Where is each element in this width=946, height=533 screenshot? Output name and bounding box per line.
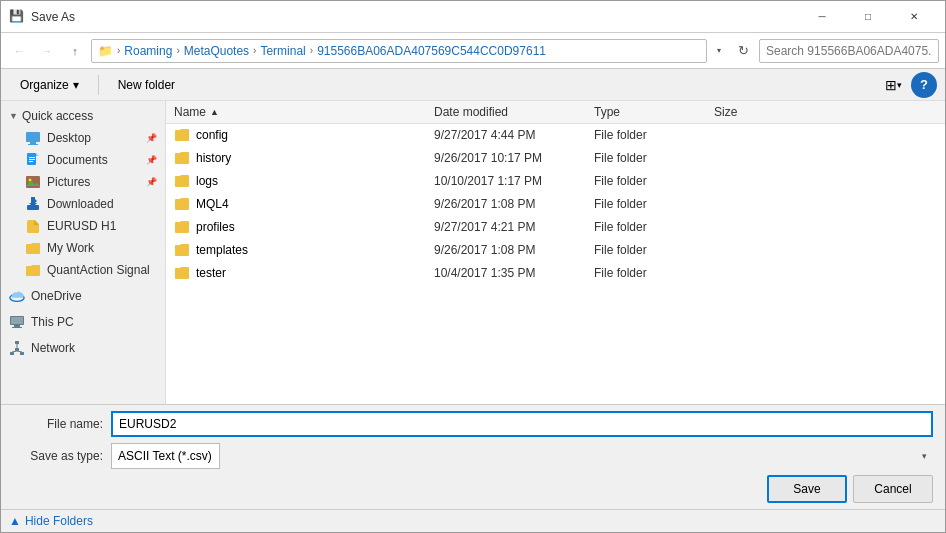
- table-row[interactable]: MQL4 9/26/2017 1:08 PM File folder: [166, 193, 945, 216]
- file-rows-container: config 9/27/2017 4:44 PM File folder his…: [166, 124, 945, 285]
- quick-access-label: Quick access: [22, 109, 93, 123]
- file-type-cell: File folder: [594, 266, 714, 280]
- file-name-cell: templates: [174, 242, 434, 258]
- sidebar-item-desktop-label: Desktop: [47, 131, 91, 145]
- filetype-row: Save as type: ASCII Text (*.csv) ▾: [13, 443, 933, 469]
- bottom-panel: File name: Save as type: ASCII Text (*.c…: [1, 404, 945, 509]
- mywork-icon: [25, 240, 41, 256]
- view-icon: ⊞: [885, 77, 897, 93]
- sidebar-item-eurusdh1[interactable]: EURUSD H1: [1, 215, 165, 237]
- toolbar: Organize ▾ New folder ⊞ ▾ ?: [1, 69, 945, 101]
- breadcrumb: 📁 › Roaming › MetaQuotes › Terminal › 91…: [98, 44, 546, 58]
- sidebar-item-pictures-label: Pictures: [47, 175, 90, 189]
- table-row[interactable]: profiles 9/27/2017 4:21 PM File folder: [166, 216, 945, 239]
- sidebar-item-onedrive[interactable]: OneDrive: [1, 285, 165, 307]
- sidebar-item-quantaction[interactable]: QuantAction Signal: [1, 259, 165, 281]
- sidebar-item-downloaded[interactable]: Downloaded: [1, 193, 165, 215]
- svg-rect-6: [29, 159, 35, 160]
- svg-rect-21: [15, 341, 19, 344]
- column-type[interactable]: Type: [594, 105, 714, 119]
- quick-access-collapse-icon: ▼: [9, 111, 18, 121]
- sidebar-item-thispc[interactable]: This PC: [1, 311, 165, 333]
- breadcrumb-hash[interactable]: 915566BA06ADA407569C544CC0D97611: [317, 44, 546, 58]
- column-size[interactable]: Size: [714, 105, 794, 119]
- breadcrumb-folder-icon: 📁: [98, 44, 113, 58]
- hide-folders-link[interactable]: ▲ Hide Folders: [9, 514, 93, 528]
- svg-rect-2: [28, 144, 38, 145]
- toolbar-right: ⊞ ▾ ?: [879, 72, 937, 98]
- file-type-cell: File folder: [594, 243, 714, 257]
- sidebar-item-documents-label: Documents: [47, 153, 108, 167]
- filetype-label: Save as type:: [13, 449, 103, 463]
- address-path[interactable]: 📁 › Roaming › MetaQuotes › Terminal › 91…: [91, 39, 707, 63]
- organize-button[interactable]: Organize ▾: [9, 72, 90, 98]
- help-button[interactable]: ?: [911, 72, 937, 98]
- sidebar: ▼ Quick access Desktop 📌 Documents 📌: [1, 101, 166, 404]
- onedrive-icon: [9, 288, 25, 304]
- filetype-wrapper: ASCII Text (*.csv) ▾: [111, 443, 933, 469]
- new-folder-button[interactable]: New folder: [107, 72, 186, 98]
- file-date-cell: 9/27/2017 4:21 PM: [434, 220, 594, 234]
- forward-button[interactable]: →: [35, 39, 59, 63]
- file-type-cell: File folder: [594, 220, 714, 234]
- search-input[interactable]: [759, 39, 939, 63]
- file-type-cell: File folder: [594, 128, 714, 142]
- path-dropdown-button[interactable]: ▾: [711, 46, 727, 55]
- file-name-cell: config: [174, 127, 434, 143]
- svg-rect-18: [14, 325, 20, 327]
- minimize-button[interactable]: ─: [799, 1, 845, 33]
- breadcrumb-metaquotes[interactable]: MetaQuotes: [184, 44, 249, 58]
- svg-rect-8: [26, 176, 40, 188]
- folder-icon: [174, 219, 190, 235]
- file-date-cell: 10/4/2017 1:35 PM: [434, 266, 594, 280]
- file-name-cell: history: [174, 150, 434, 166]
- sidebar-item-quantaction-label: QuantAction Signal: [47, 263, 150, 277]
- svg-marker-4: [36, 153, 39, 156]
- network-icon: [9, 340, 25, 356]
- thispc-icon: [9, 314, 25, 330]
- filetype-select[interactable]: ASCII Text (*.csv): [111, 443, 220, 469]
- file-name-cell: tester: [174, 265, 434, 281]
- pin-icon-docs: 📌: [146, 155, 157, 165]
- svg-rect-22: [15, 348, 19, 351]
- quick-access-header[interactable]: ▼ Quick access: [1, 105, 165, 127]
- sidebar-item-mywork[interactable]: My Work: [1, 237, 165, 259]
- file-date-cell: 9/26/2017 1:08 PM: [434, 197, 594, 211]
- folder-icon: [174, 242, 190, 258]
- sidebar-item-desktop[interactable]: Desktop 📌: [1, 127, 165, 149]
- filename-label: File name:: [13, 417, 103, 431]
- sidebar-item-pictures[interactable]: Pictures 📌: [1, 171, 165, 193]
- breadcrumb-terminal[interactable]: Terminal: [260, 44, 305, 58]
- file-date-cell: 9/27/2017 4:44 PM: [434, 128, 594, 142]
- svg-rect-20: [11, 317, 23, 324]
- documents-icon: [25, 152, 41, 168]
- file-list-header: Name ▲ Date modified Type Size: [166, 101, 945, 124]
- table-row[interactable]: logs 10/10/2017 1:17 PM File folder: [166, 170, 945, 193]
- quantaction-icon: [25, 262, 41, 278]
- window-controls: ─ □ ✕: [799, 1, 937, 33]
- view-button[interactable]: ⊞ ▾: [879, 72, 907, 98]
- window-title: Save As: [31, 10, 799, 24]
- folder-icon: [174, 265, 190, 281]
- sidebar-item-documents[interactable]: Documents 📌: [1, 149, 165, 171]
- button-row: Save Cancel: [13, 475, 933, 503]
- maximize-button[interactable]: □: [845, 1, 891, 33]
- table-row[interactable]: history 9/26/2017 10:17 PM File folder: [166, 147, 945, 170]
- table-row[interactable]: config 9/27/2017 4:44 PM File folder: [166, 124, 945, 147]
- sidebar-item-network[interactable]: Network: [1, 337, 165, 359]
- table-row[interactable]: tester 10/4/2017 1:35 PM File folder: [166, 262, 945, 285]
- column-date[interactable]: Date modified: [434, 105, 594, 119]
- back-button[interactable]: ←: [7, 39, 31, 63]
- table-row[interactable]: templates 9/26/2017 1:08 PM File folder: [166, 239, 945, 262]
- breadcrumb-roaming[interactable]: Roaming: [124, 44, 172, 58]
- select-arrow-icon: ▾: [922, 451, 927, 461]
- refresh-button[interactable]: ↻: [731, 39, 755, 63]
- cancel-button[interactable]: Cancel: [853, 475, 933, 503]
- save-button[interactable]: Save: [767, 475, 847, 503]
- column-name[interactable]: Name ▲: [174, 105, 434, 119]
- svg-rect-1: [30, 142, 36, 144]
- close-button[interactable]: ✕: [891, 1, 937, 33]
- filename-input[interactable]: [111, 411, 933, 437]
- pin-icon-pics: 📌: [146, 177, 157, 187]
- up-button[interactable]: ↑: [63, 39, 87, 63]
